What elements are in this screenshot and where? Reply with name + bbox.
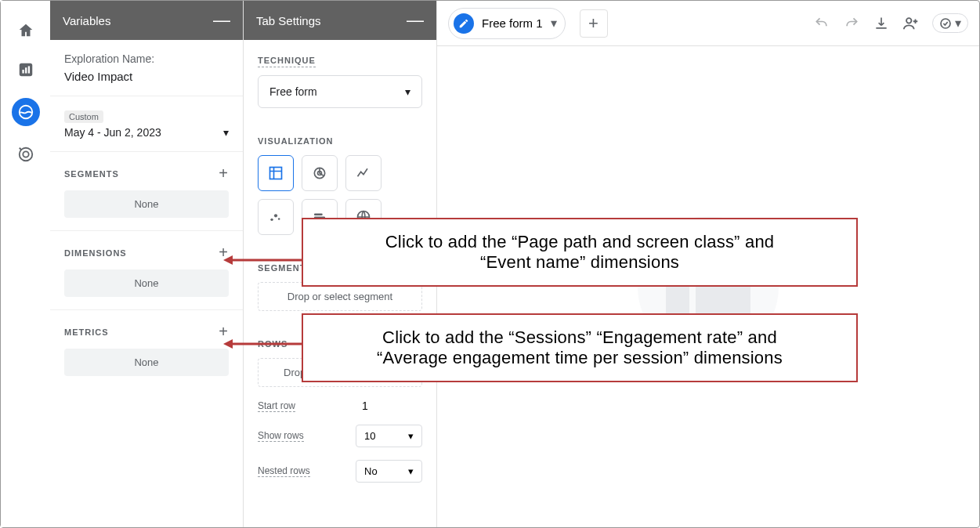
svg-point-11 [274,214,277,217]
status-pill[interactable]: ▾ [932,13,968,33]
viz-donut-icon[interactable] [302,155,338,191]
show-rows-select[interactable]: 10▾ [356,425,422,447]
caret-down-icon: ▾ [405,85,410,98]
tab-settings-title: Tab Settings [256,14,321,27]
reports-icon[interactable] [15,59,37,81]
technique-select[interactable]: Free form ▾ [258,75,422,108]
exploration-name-label: Exploration Name: [64,52,229,65]
redo-icon[interactable] [843,15,860,32]
tab-settings-header: Tab Settings — [244,1,436,40]
viz-scatter-icon[interactable] [258,199,294,235]
svg-rect-2 [25,67,27,73]
variables-header: Variables — [50,1,243,40]
collapse-variables-icon[interactable]: — [213,10,230,31]
start-row-label: Start row [258,400,295,412]
svg-rect-1 [22,70,24,74]
segments-section: SEGMENTS + None [50,152,243,231]
svg-point-12 [278,218,280,220]
left-nav-rail [1,1,50,527]
dimensions-empty: None [64,269,229,297]
segments-empty: None [64,190,229,218]
caret-down-icon: ▾ [223,126,229,139]
pencil-icon [454,13,474,34]
caret-down-icon: ▾ [408,465,414,477]
dimensions-section: DIMENSIONS + None [50,231,243,310]
arrow-to-metrics [223,335,302,358]
show-rows-label: Show rows [258,430,304,442]
viz-table-icon[interactable] [258,155,294,191]
canvas-body [437,46,979,527]
collapse-tab-settings-icon[interactable]: — [407,10,424,31]
svg-rect-3 [27,66,29,73]
home-icon[interactable] [15,20,37,42]
share-people-icon[interactable] [902,15,920,32]
svg-point-6 [23,151,28,157]
svg-marker-19 [223,339,233,349]
caret-down-icon: ▾ [408,430,414,442]
date-range-value: May 4 - Jun 2, 2023 [64,126,161,139]
add-segments-button[interactable]: + [219,165,229,183]
technique-section: TECHNIQUE Free form ▾ [244,40,436,121]
undo-icon[interactable] [813,15,830,32]
download-icon[interactable] [873,15,890,32]
date-custom-chip: Custom [64,110,103,123]
svg-point-10 [270,219,273,221]
metrics-section: METRICS + None [50,310,243,389]
metrics-empty: None [64,349,229,376]
technique-value: Free form [269,85,317,98]
canvas-toolbar: Free form 1 ▾ + ▾ [437,1,979,46]
annotation-dimensions: Click to add the “Page path and screen c… [302,218,858,287]
visualization-label: VISUALIZATION [258,136,334,147]
exploration-name-section: Exploration Name: Video Impact [50,40,243,96]
svg-point-14 [906,18,911,23]
dimensions-label: DIMENSIONS [64,248,127,258]
start-row-value[interactable]: 1 [356,400,422,412]
arrow-to-dimensions [223,251,302,274]
technique-label: TECHNIQUE [258,56,316,67]
date-range-section[interactable]: Custom May 4 - Jun 2, 2023 ▾ [50,96,243,152]
annotation-metrics: Click to add the “Sessions” “Engagement … [302,313,858,382]
viz-line-icon[interactable] [345,155,382,191]
variables-title: Variables [63,14,110,27]
exploration-name-value[interactable]: Video Impact [64,70,229,83]
caret-down-icon: ▾ [955,16,961,31]
advertising-icon[interactable] [15,143,37,165]
tab-name: Free form 1 [482,16,543,30]
explore-icon[interactable] [12,98,40,126]
add-tab-button[interactable]: + [580,9,608,38]
variables-panel: Variables — Exploration Name: Video Impa… [50,1,244,527]
active-tab-pill[interactable]: Free form 1 ▾ [448,8,566,39]
svg-rect-7 [270,168,282,179]
metrics-label: METRICS [64,327,109,337]
tab-dropdown-icon[interactable]: ▾ [551,16,557,31]
svg-marker-17 [223,255,233,265]
nested-rows-label: Nested rows [258,465,310,477]
nested-rows-select[interactable]: No▾ [356,460,422,483]
segments-label: SEGMENTS [64,169,119,179]
